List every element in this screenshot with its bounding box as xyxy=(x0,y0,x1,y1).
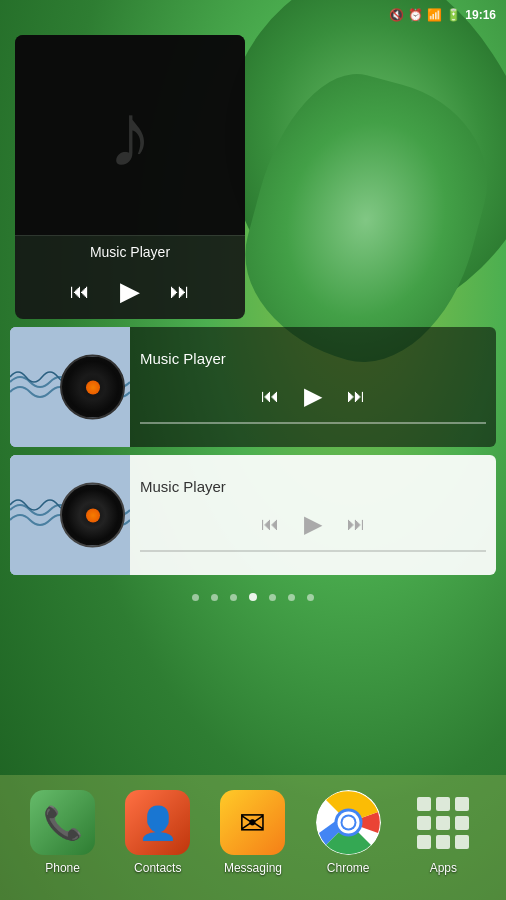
dock: 📞 Phone 👤 Contacts ✉ Messaging xyxy=(0,775,506,900)
widget2-controls: ⏮ ▶ ⏭ xyxy=(140,382,486,410)
page-dot-6[interactable] xyxy=(288,594,295,601)
vinyl-record-3 xyxy=(60,483,125,548)
page-dots xyxy=(0,593,506,601)
widget3-progress xyxy=(140,550,486,552)
widget2-title: Music Player xyxy=(140,350,486,367)
widget2-play-button[interactable]: ▶ xyxy=(304,382,322,410)
app-contacts[interactable]: 👤 Contacts xyxy=(125,790,190,875)
phone-label: Phone xyxy=(45,861,80,875)
widget2-progress xyxy=(140,422,486,424)
widget2-next-button[interactable]: ⏭ xyxy=(347,386,365,407)
page-dot-3[interactable] xyxy=(230,594,237,601)
page-dot-5[interactable] xyxy=(269,594,276,601)
widget1-art: ♪ xyxy=(15,35,245,235)
music-widget-light: Music Player ⏮ ▶ ⏭ xyxy=(10,455,496,575)
widget3-title: Music Player xyxy=(140,478,486,495)
widget1-play-button[interactable]: ▶ xyxy=(120,276,140,307)
mute-icon: 🔇 xyxy=(389,8,404,22)
alarm-icon: ⏰ xyxy=(408,8,423,22)
widget2-album-art xyxy=(10,327,130,447)
battery-icon: 🔋 xyxy=(446,8,461,22)
page-dot-home[interactable] xyxy=(249,593,257,601)
contacts-icon: 👤 xyxy=(125,790,190,855)
apps-label: Apps xyxy=(430,861,457,875)
vinyl-record-2 xyxy=(60,355,125,420)
chrome-label: Chrome xyxy=(327,861,370,875)
page-dot-7[interactable] xyxy=(307,594,314,601)
music-note-icon: ♪ xyxy=(108,84,153,187)
music-widget-transparent: Music Player ⏮ ▶ ⏭ xyxy=(10,327,496,447)
widget3-album-art xyxy=(10,455,130,575)
widget2-info: Music Player ⏮ ▶ ⏭ xyxy=(130,350,496,424)
page-dot-2[interactable] xyxy=(211,594,218,601)
clock: 19:16 xyxy=(465,8,496,22)
messaging-label: Messaging xyxy=(224,861,282,875)
widget1-prev-button[interactable]: ⏮ xyxy=(70,280,90,303)
widget1-controls: ⏮ ▶ ⏭ xyxy=(15,268,245,319)
chrome-icon xyxy=(316,790,381,855)
widget1-next-button[interactable]: ⏭ xyxy=(170,280,190,303)
page-dot-1[interactable] xyxy=(192,594,199,601)
messaging-icon: ✉ xyxy=(220,790,285,855)
app-messaging[interactable]: ✉ Messaging xyxy=(220,790,285,875)
status-bar: 🔇 ⏰ 📶 🔋 19:16 xyxy=(0,0,506,30)
apps-icon xyxy=(411,790,476,855)
app-chrome[interactable]: Chrome xyxy=(316,790,381,875)
dock-apps: 📞 Phone 👤 Contacts ✉ Messaging xyxy=(0,790,506,875)
widget3-next-button[interactable]: ⏭ xyxy=(347,514,365,535)
widget3-info: Music Player ⏮ ▶ ⏭ xyxy=(130,478,496,552)
app-apps[interactable]: Apps xyxy=(411,790,476,875)
widget1-title: Music Player xyxy=(15,235,245,268)
signal-icon: 📶 xyxy=(427,8,442,22)
svg-point-6 xyxy=(342,817,354,829)
widget2-prev-button[interactable]: ⏮ xyxy=(261,386,279,407)
contacts-label: Contacts xyxy=(134,861,181,875)
widget3-play-button[interactable]: ▶ xyxy=(304,510,322,538)
widget3-prev-button[interactable]: ⏮ xyxy=(261,514,279,535)
phone-icon: 📞 xyxy=(30,790,95,855)
widget3-controls: ⏮ ▶ ⏭ xyxy=(140,510,486,538)
status-icons: 🔇 ⏰ 📶 🔋 19:16 xyxy=(389,8,496,22)
app-phone[interactable]: 📞 Phone xyxy=(30,790,95,875)
music-widget-dark: ♪ Music Player ⏮ ▶ ⏭ xyxy=(15,35,245,319)
